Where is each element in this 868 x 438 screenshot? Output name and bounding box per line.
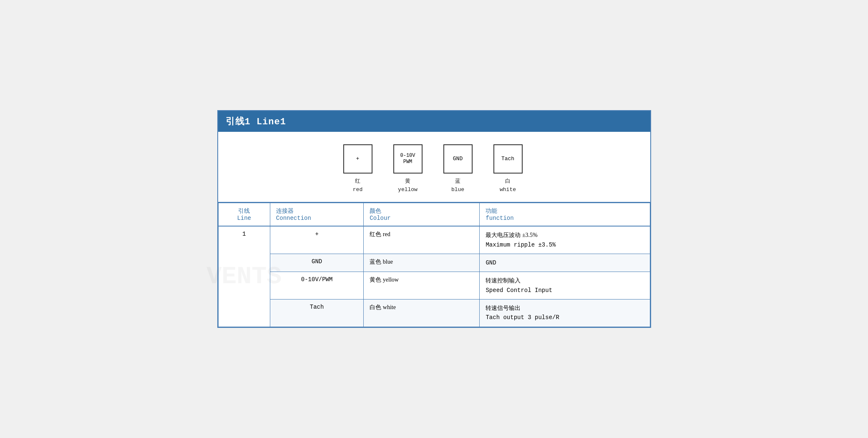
header-line: 引线 Line [218, 203, 270, 227]
function-tach: 转速信号输出 Tach output 3 pulse/R [480, 300, 650, 327]
pin-pwm-label: 黄 yellow [398, 177, 418, 194]
function-tach-en: Tach output 3 pulse/R [486, 314, 559, 321]
pin-tach-item: Tach 白 white [493, 144, 523, 194]
header-colour-en: Colour [370, 215, 390, 222]
colour-red-text: 红色 red [370, 231, 390, 237]
pin-plus-zh: 红 [355, 178, 360, 184]
pin-gnd-label: 蓝 blue [451, 177, 464, 194]
pin-gnd-en: blue [451, 186, 464, 193]
main-container: 引线1 Line1 + 红 red 0-10VPWM 黄 yellow GND [217, 110, 651, 328]
pin-plus-label: 红 red [353, 177, 362, 194]
table-row-4: Tach 白色 white 转速信号输出 Tach output 3 pulse… [218, 300, 650, 327]
diagram-inner: + 红 red 0-10VPWM 黄 yellow GND 蓝 blue [226, 144, 642, 194]
function-speed-en: Speed Control Input [486, 287, 552, 294]
line-number-cell: 1 VENTS [218, 226, 270, 327]
pin-tach-box: Tach [493, 144, 523, 174]
header-colour: 颜色 Colour [364, 203, 480, 227]
colour-red: 红色 red [364, 226, 480, 254]
diagram-section: + 红 red 0-10VPWM 黄 yellow GND 蓝 blue [218, 132, 650, 203]
colour-blue: 蓝色 blue [364, 254, 480, 272]
pin-tach-en: white [500, 186, 516, 193]
colour-blue-text: 蓝色 blue [370, 259, 393, 265]
table-row-2: GND 蓝色 blue GND [218, 254, 650, 272]
pin-pwm-box: 0-10VPWM [393, 144, 423, 174]
title-text: 引线1 Line1 [226, 117, 286, 127]
table-row-3: 0-10V/PWM 黄色 yellow 转速控制输入 Speed Control… [218, 272, 650, 300]
function-ripple-en: Maximum ripple ±3.5% [486, 242, 556, 248]
main-table: 引线 Line 连接器 Connection 颜色 Colour 功能 func… [218, 203, 650, 327]
pin-gnd-zh: 蓝 [455, 178, 460, 184]
header-connector-en: Connection [276, 215, 311, 222]
connector-pwm-label: 0-10V/PWM [301, 276, 333, 283]
pin-gnd-box: GND [443, 144, 473, 174]
pin-pwm-en: yellow [398, 186, 418, 193]
line-number: 1 [242, 231, 246, 237]
function-speed: 转速控制输入 Speed Control Input [480, 272, 650, 300]
function-ripple: 最大电压波动 ±3.5% Maximum ripple ±3.5% [480, 226, 650, 254]
header-line-zh: 引线 [238, 208, 250, 214]
header-connector: 连接器 Connection [270, 203, 363, 227]
table-row-1: 1 VENTS + 红色 red 最大电压波动 ±3.5% Maximum ri… [218, 226, 650, 254]
function-tach-zh: 转速信号输出 [486, 305, 521, 311]
function-gnd-label: GND [486, 259, 496, 266]
connector-gnd-label: GND [312, 258, 322, 265]
pin-tach-label: 白 white [500, 177, 516, 194]
pin-pwm-zh: 黄 [405, 178, 410, 184]
colour-yellow: 黄色 yellow [364, 272, 480, 300]
pin-plus-item: + 红 red [343, 144, 372, 194]
connector-tach: Tach [270, 300, 363, 327]
pin-tach-zh: 白 [505, 178, 511, 184]
function-gnd: GND [480, 254, 650, 272]
connector-plus-label: + [315, 231, 318, 237]
function-speed-zh: 转速控制输入 [486, 277, 521, 284]
pin-pwm-item: 0-10VPWM 黄 yellow [393, 144, 423, 194]
title-bar: 引线1 Line1 [218, 111, 650, 132]
pin-plus-en: red [353, 186, 362, 193]
header-colour-zh: 颜色 [370, 208, 381, 214]
header-connector-zh: 连接器 [276, 208, 294, 214]
colour-white-text: 白色 white [370, 304, 396, 310]
connector-pwm: 0-10V/PWM [270, 272, 363, 300]
pin-gnd-item: GND 蓝 blue [443, 144, 473, 194]
connector-gnd: GND [270, 254, 363, 272]
header-function-en: function [486, 215, 513, 222]
header-function-zh: 功能 [486, 208, 497, 214]
connector-tach-label: Tach [310, 304, 324, 310]
header-line-en: Line [237, 215, 251, 222]
table-header-row: 引线 Line 连接器 Connection 颜色 Colour 功能 func… [218, 203, 650, 227]
pin-plus-box: + [343, 144, 372, 174]
colour-white: 白色 white [364, 300, 480, 327]
header-function: 功能 function [480, 203, 650, 227]
colour-yellow-text: 黄色 yellow [370, 277, 399, 283]
function-ripple-zh: 最大电压波动 ±3.5% [486, 232, 537, 238]
connector-plus: + [270, 226, 363, 254]
